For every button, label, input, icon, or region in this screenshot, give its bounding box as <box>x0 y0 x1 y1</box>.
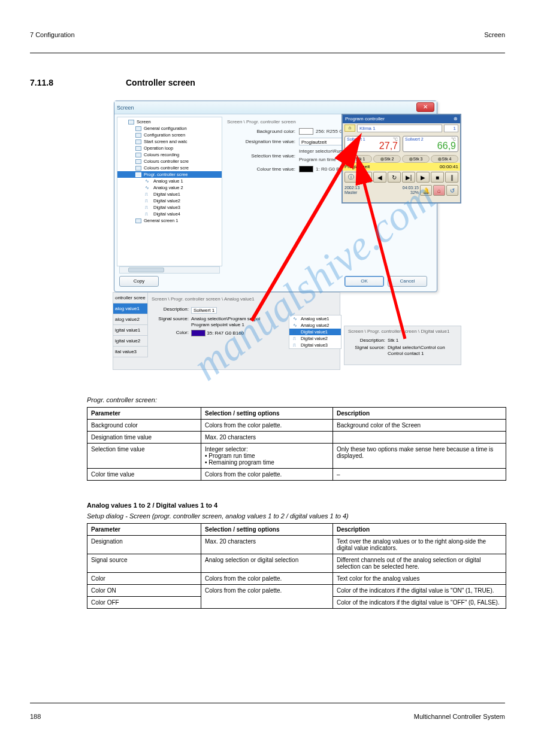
program-controller-preview: Program controller ⊗ ⌂ Klima 1 1 Sollwer… <box>341 114 461 204</box>
st-item[interactable]: Digital value2 <box>301 336 328 341</box>
bg-swatch-icon[interactable] <box>299 128 313 135</box>
td: – <box>333 469 506 481</box>
stk-chip-1[interactable]: Stk 1 <box>344 155 372 163</box>
history-icon[interactable]: ↺ <box>446 185 458 196</box>
value-box-1[interactable]: Sollwert 1°C 27,7 <box>344 136 400 152</box>
selection-time-label: Selection time value: <box>227 153 299 159</box>
stk-chip-4[interactable]: Stk 4 <box>431 155 458 163</box>
close-button[interactable]: ✕ <box>416 102 434 112</box>
tree-item[interactable]: Colours recording <box>144 152 179 157</box>
analog-desc-label: Description: <box>152 306 191 314</box>
td: Color <box>87 573 201 585</box>
klima-id: 1 <box>444 125 458 132</box>
loop-button[interactable]: ↻ <box>388 172 401 183</box>
pause-button[interactable]: ∥ <box>445 172 458 183</box>
th: Description <box>333 524 506 536</box>
st-item-selected[interactable]: Digital value1 <box>301 329 328 335</box>
st-item[interactable]: Digital value3 <box>301 342 328 348</box>
table2-title: Analog values 1 to 2 / Digital values 1 … <box>87 502 217 509</box>
td: Designation time value <box>87 432 201 444</box>
value2-number: 66,9 <box>405 141 456 151</box>
analog-src-value1: Analog selection\Program setpoi <box>191 316 260 322</box>
td: Max. 20 characters <box>201 432 333 444</box>
color-time-swatch-icon[interactable] <box>299 166 313 172</box>
analog-desc-input[interactable]: Sollwert 1 <box>191 307 217 314</box>
tree-item[interactable]: Colours controller scre <box>144 165 189 171</box>
value1-label: Sollwert 1 <box>347 137 365 141</box>
page-number: 188 <box>30 713 41 720</box>
st-item[interactable]: Analog value2 <box>301 323 330 328</box>
tree-item[interactable]: General configuration <box>144 126 187 131</box>
tree-pane[interactable]: Screen General configuration Configurati… <box>117 117 222 266</box>
analog-src-value2: Program setpoint value 1 <box>191 322 260 328</box>
td: Selection time value <box>87 444 201 469</box>
tree-item[interactable]: Configuration screen <box>144 132 185 138</box>
progline-time: 00:00:41 <box>440 163 458 171</box>
tree-subitem[interactable]: Digital value1 <box>153 192 180 197</box>
nav-chip[interactable]: igital value1 <box>113 325 148 336</box>
st-item[interactable]: Analog value1 <box>301 316 330 321</box>
next-button[interactable]: ▶| <box>402 172 415 183</box>
tree-item[interactable]: General screen 1 <box>144 218 179 223</box>
designation-label: Designation time value: <box>227 139 299 144</box>
tree-subitem[interactable]: Digital value2 <box>153 198 180 204</box>
analog-breadcrumb: Screen \ Progr. controller screen \ Anal… <box>152 296 336 302</box>
value-box-2[interactable]: Sollwert 2°C 66,9 <box>403 136 458 152</box>
td: Colors from the color palette. <box>201 469 333 481</box>
tree-subitem[interactable]: Digital value3 <box>153 205 180 210</box>
stop-button[interactable]: ■ <box>431 172 444 183</box>
analog-color-swatch-icon[interactable] <box>191 330 205 336</box>
tree-item[interactable]: Colours controller scre <box>144 159 189 164</box>
nav-chip[interactable]: ontroller scree <box>113 293 148 303</box>
stk-chip-2[interactable]: Stk 2 <box>373 155 401 163</box>
footer-text: Multichannel Controller System <box>414 713 505 720</box>
progline-label: Proglaufzeit <box>344 163 370 171</box>
selection-time-value2: Program run time <box>299 157 336 163</box>
th: Description <box>333 408 506 420</box>
tree-root[interactable]: Screen <box>137 119 151 125</box>
tree-subitem[interactable]: Analog value 1 <box>153 178 183 184</box>
record-button[interactable]: ◉ <box>359 172 372 183</box>
copy-button[interactable]: Copy <box>119 276 159 287</box>
bell-icon[interactable]: 🔔 <box>420 185 432 196</box>
tree-item[interactable]: Operation loop <box>144 145 173 151</box>
td: Color ON <box>87 585 201 597</box>
table2-caption: Setup dialog - Screen (progr. controller… <box>87 512 349 520</box>
td: Color of the indicators if the digital v… <box>333 597 506 609</box>
prev-button[interactable]: ◀ <box>373 172 386 183</box>
td: Text over the analog values or to the ri… <box>333 536 506 554</box>
digital-src-value2: Control contact 1 <box>388 351 445 357</box>
h-scrollbar[interactable] <box>119 266 220 274</box>
nav-chip[interactable]: ital value3 <box>113 347 148 357</box>
home-icon[interactable]: ⌂ <box>344 125 355 132</box>
section-title: Controller screen <box>126 78 195 87</box>
digital-desc-value: Stk 1 <box>388 338 398 343</box>
th: Parameter <box>87 408 201 420</box>
td: Signal source <box>87 554 201 573</box>
tree-subitem[interactable]: Digital value4 <box>153 211 180 217</box>
value1-number: 27,7 <box>347 141 398 151</box>
tree-item-selected[interactable]: Progr. controller scree <box>144 172 188 177</box>
status-right-bot: 32% <box>382 190 419 195</box>
tree-subitem[interactable]: Analog value 2 <box>153 185 183 190</box>
status-right-top: 04:03:15 <box>382 186 419 190</box>
cancel-button[interactable]: Cancel <box>388 276 427 287</box>
klima-field[interactable]: Klima 1 <box>357 125 442 132</box>
figure: Screen ✕ Screen General configuration Co… <box>114 101 461 382</box>
digital-src-value1: Digital selector\Control con <box>388 345 445 351</box>
tree-item[interactable]: Start screen and watc <box>144 139 188 144</box>
ok-button[interactable]: OK <box>344 276 384 287</box>
th: Selection / setting options <box>201 524 333 536</box>
table2: Parameter Selection / setting options De… <box>87 523 506 609</box>
digital-desc-label: Description: <box>348 338 388 343</box>
nav-chip[interactable]: igital value2 <box>113 336 148 347</box>
nav-chip[interactable]: alog value2 <box>113 314 148 325</box>
nav-chip-selected[interactable]: alog value1 <box>113 303 148 314</box>
info-button[interactable]: ⓘ <box>344 172 358 183</box>
td: Only these two options make sense here b… <box>333 444 506 469</box>
header-right: Screen <box>484 31 505 38</box>
play-button[interactable]: ▶ <box>416 172 430 183</box>
stk-chip-3[interactable]: Stk 3 <box>402 155 430 163</box>
section-number: 7.11.8 <box>30 78 53 87</box>
home-red-icon[interactable]: ⌂ <box>433 185 445 196</box>
